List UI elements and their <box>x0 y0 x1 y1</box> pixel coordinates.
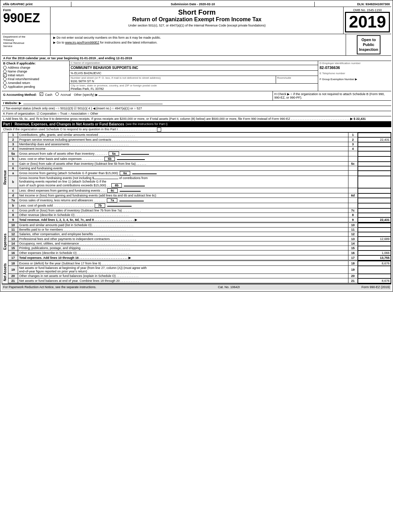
line-6a-desc: Gross income from gaming (attach Schedul… <box>18 171 348 176</box>
cb-address-change: Address change <box>3 66 68 69</box>
table-row: d Net income or (loss) from gaming and f… <box>8 193 391 198</box>
line-7b-amt <box>358 203 391 208</box>
phone-label: E Telephone number <box>320 72 390 75</box>
line-20-ref: 20 <box>348 274 358 278</box>
room-label: Room/suite <box>277 76 317 79</box>
line-1-desc: Contributions, gifts, grants, and simila… <box>18 133 348 137</box>
table-row: 19 Net assets or fund balances at beginn… <box>8 266 391 274</box>
line-7a-desc: Gross sales of inventory, less returns a… <box>18 198 348 203</box>
street-row: Number and street (or P. O. box, if mail… <box>70 76 318 84</box>
expenses-label: Expenses <box>2 223 8 261</box>
street-area: Number and street (or P. O. box, if mail… <box>70 76 276 83</box>
form-short-title: Short Form <box>52 8 342 16</box>
line-20-desc: Other changes in net assets or fund bala… <box>18 274 348 278</box>
revenue-label: Revenue <box>2 132 8 223</box>
table-row: c Gain or (loss) from sale of assets oth… <box>8 162 391 166</box>
part1-title: Part I <box>3 122 12 126</box>
line-12-amt <box>358 232 391 237</box>
section-l: L Add lines 5b, 6c, and 7b to line 9 to … <box>2 116 391 122</box>
ref-7b: 7b <box>95 203 105 208</box>
rb-final-return[interactable] <box>3 77 7 81</box>
cb-initial-return: Initial return <box>3 74 68 77</box>
line-10-amt <box>358 223 391 228</box>
table-row: 9 Total revenue. Add lines 1, 2, 3, 4, 5… <box>8 217 391 222</box>
part1-check-row: Check if the organization used Schedule … <box>2 127 391 132</box>
line-1-amt <box>358 133 391 137</box>
open-public-text: Open to Public Inspection <box>357 35 380 54</box>
bcd-area: B Check if applicable: Address change Na… <box>2 61 391 91</box>
ref-5a: 5a <box>109 152 119 156</box>
notice2: ▶ Go to www.irs.gov/Form990EZ for instru… <box>53 40 343 45</box>
expenses-table-container: 10 Grants and similar amounts paid (list… <box>8 223 391 261</box>
line-6c-num: c <box>8 188 18 193</box>
line-10-num: 10 <box>8 223 18 228</box>
line-1-ref: 1 <box>348 133 358 137</box>
line-2-amt: 22,431 <box>358 137 391 142</box>
ref-7a: 7a <box>107 198 117 202</box>
line-4-num: 4 <box>8 147 18 151</box>
form-year: 2019 <box>345 12 390 32</box>
line-11-num: 11 <box>8 228 18 232</box>
ref-5b: 5b <box>104 157 115 161</box>
line-2-ref: 2 <box>348 137 358 142</box>
line-3-num: 3 <box>8 142 18 147</box>
section-i: I Website: ▶ <box>2 101 391 106</box>
line-16-desc: Other expenses (describe in Schedule O) … <box>18 250 348 255</box>
line-19-num: 19 <box>8 266 18 274</box>
net-assets-table-container: 18 Excess or (deficit) for the year (Sub… <box>8 261 391 284</box>
efile-label: efile GRAPHIC print <box>2 2 71 7</box>
revenue-table-container: 1 Contributions, gifts, grants, and simi… <box>8 132 391 223</box>
form-number-block: Form 990EZ <box>2 7 50 34</box>
cb-cash[interactable] <box>40 92 43 96</box>
line-5c-desc: Gain or (loss) from sale of assets other… <box>18 162 348 166</box>
submission-label: Submission Date - 2020-02-10 <box>71 2 315 7</box>
year-block: OMB No. 1545-1150 2019 <box>344 7 391 34</box>
notice-area: Department of the Treasury Internal Reve… <box>2 34 391 56</box>
line-6-ref-empty <box>348 166 358 171</box>
line-15-amt <box>358 246 391 250</box>
ein-value: 82-0736636 <box>320 65 390 70</box>
table-row: 8 Other revenue (describe in Schedule O)… <box>8 213 391 217</box>
cb-amended-return: Amended return <box>3 81 68 85</box>
page: efile GRAPHIC print Submission Date - 20… <box>0 0 393 292</box>
net-assets-label: Net Assets <box>2 261 8 284</box>
expenses-section: Expenses 10 Grants and similar amounts p… <box>2 223 391 261</box>
line-5c-amt <box>358 162 391 166</box>
table-row: 2 Program service revenue including gove… <box>8 137 391 142</box>
amt-6c-inline <box>120 191 141 192</box>
line-7b-num: b <box>8 203 18 208</box>
table-row: b Less: cost or other basis and sales ex… <box>8 156 391 162</box>
rb-name-change[interactable] <box>3 70 7 73</box>
line-6b-num: b <box>8 176 18 188</box>
line-8-num: 8 <box>8 213 18 217</box>
line-6-amt <box>358 166 391 171</box>
rb-address-change[interactable] <box>3 66 7 69</box>
section-b: B Check if applicable: Address change Na… <box>2 61 70 91</box>
website-input[interactable] <box>23 104 163 104</box>
table-row: 21 Net assets or fund balances at end of… <box>8 278 391 283</box>
rb-application-pending[interactable] <box>3 85 7 88</box>
line-14-num: 14 <box>8 241 18 246</box>
line-11-amt <box>358 228 391 232</box>
line-5c-num: c <box>8 162 18 166</box>
rb-amended-return[interactable] <box>3 81 7 85</box>
line-12-ref: 12 <box>348 232 358 237</box>
cb-initial-return-box[interactable] <box>3 74 7 77</box>
line-13-desc: Professional fees and other payments to … <box>18 237 348 241</box>
line-5a-amt <box>358 151 391 156</box>
dln-label: DLN: 93492041007300 <box>315 2 391 7</box>
title-center: Short Form Return of Organization Exempt… <box>50 7 344 34</box>
group-arrow: ▶ <box>355 78 357 81</box>
line-17-desc: Total expenses. Add lines 10 through 16 … <box>18 255 348 260</box>
part1-check-box[interactable] <box>157 128 161 132</box>
line-7a-ref-empty <box>348 198 358 203</box>
line-8-ref: 8 <box>348 213 358 217</box>
line-7a-num: 7a <box>8 198 18 203</box>
other-input[interactable] <box>99 95 140 96</box>
line-6d-num: d <box>8 193 18 198</box>
table-row: 3 Membership dues and assessments . . . … <box>8 142 391 147</box>
form-number: 990EZ <box>3 12 49 24</box>
line-12-num: 12 <box>8 232 18 237</box>
table-row: b Less: cost of goods sold . . . . . . .… <box>8 203 391 208</box>
rb-accrual[interactable] <box>55 92 59 96</box>
